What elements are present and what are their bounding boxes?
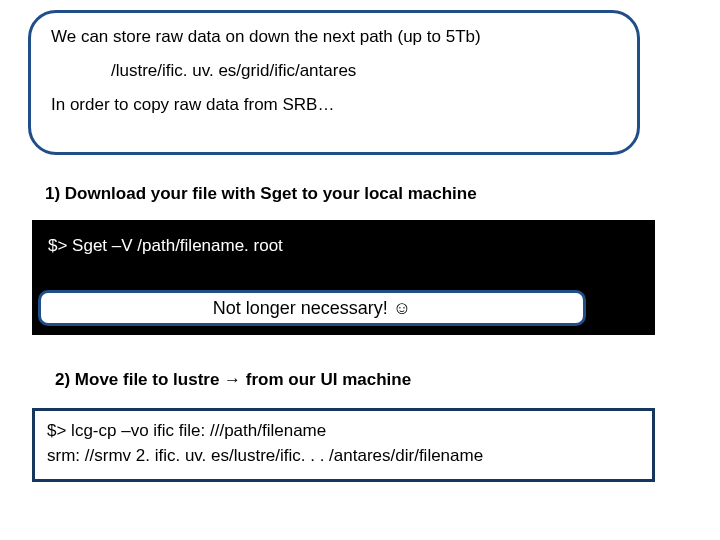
intro-text-2: In order to copy raw data from SRB… (51, 95, 617, 115)
step-2-label: 2) Move file to lustre → from our UI mac… (55, 370, 411, 390)
terminal-cmd-sget: $> Sget –V /path/filename. root (48, 236, 641, 256)
intro-text-1: We can store raw data on down the next p… (51, 27, 617, 47)
arrow-right-icon: → (224, 370, 241, 389)
lcg-cmd-line-1: $> lcg-cp –vo ific file: ///path/filenam… (47, 419, 640, 444)
callout-text: Not longer necessary! (213, 298, 393, 318)
not-necessary-callout: Not longer necessary! ☺ (38, 290, 586, 326)
step-2-post: from our UI machine (241, 370, 411, 389)
slide: We can store raw data on down the next p… (0, 0, 720, 540)
lcg-command-box: $> lcg-cp –vo ific file: ///path/filenam… (32, 408, 655, 482)
step-2-pre: 2) Move file to lustre (55, 370, 224, 389)
lcg-cmd-line-2: srm: //srmv 2. ific. uv. es/lustre/ific.… (47, 444, 640, 469)
intro-box: We can store raw data on down the next p… (28, 10, 640, 155)
step-1-label: 1) Download your file with Sget to your … (45, 184, 477, 204)
smile-icon: ☺ (393, 298, 411, 318)
intro-path: /lustre/ific. uv. es/grid/ific/antares (111, 61, 617, 81)
